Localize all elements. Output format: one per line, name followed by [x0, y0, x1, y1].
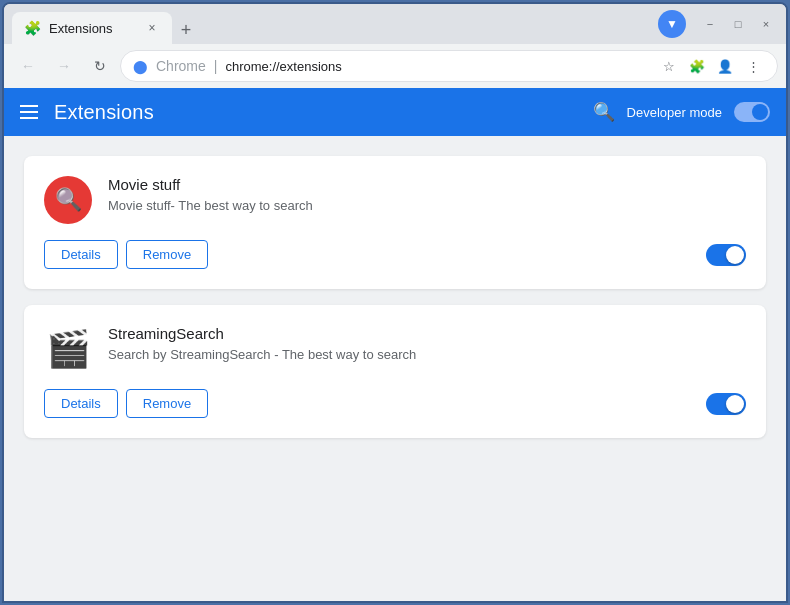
extensions-button[interactable]: 🧩	[685, 54, 709, 78]
address-url: chrome://extensions	[225, 59, 341, 74]
menu-button[interactable]: ⋮	[741, 54, 765, 78]
page-title: Extensions	[54, 101, 154, 124]
new-tab-button[interactable]: +	[172, 16, 200, 44]
search-icon[interactable]: 🔍	[593, 101, 615, 123]
extension-icon-streaming-search: 🎬	[44, 325, 92, 373]
extension-card-streaming-search: 🎬 StreamingSearch Search by StreamingSea…	[24, 305, 766, 438]
site-security-icon: ⬤	[133, 59, 148, 74]
hamburger-line-1	[20, 105, 38, 107]
details-button-streaming-search[interactable]: Details	[44, 389, 118, 418]
tab-close-button[interactable]: ×	[144, 20, 160, 36]
extension-icon-movie-stuff: 🔍	[44, 176, 92, 224]
extension-info-movie-stuff: 🔍 Movie stuff Movie stuff- The best way …	[44, 176, 746, 224]
enable-toggle-movie-stuff[interactable]	[706, 244, 746, 266]
extension-desc-movie-stuff: Movie stuff- The best way to search	[108, 197, 746, 215]
back-button[interactable]: ←	[12, 50, 44, 82]
maximize-button[interactable]: □	[726, 12, 750, 36]
remove-button-movie-stuff[interactable]: Remove	[126, 240, 208, 269]
extension-details-streaming-search: StreamingSearch Search by StreamingSearc…	[108, 325, 746, 364]
tab-extension-icon: 🧩	[24, 20, 41, 36]
developer-mode-label: Developer mode	[627, 105, 722, 120]
toolbar: ← → ↻ ⬤ Chrome | chrome://extensions ☆ 🧩…	[4, 44, 786, 88]
extension-desc-streaming-search: Search by StreamingSearch - The best way…	[108, 346, 746, 364]
extensions-header: Extensions 🔍 Developer mode	[4, 88, 786, 136]
extension-details-movie-stuff: Movie stuff Movie stuff- The best way to…	[108, 176, 746, 215]
active-tab[interactable]: 🧩 Extensions ×	[12, 12, 172, 44]
tab-area: 🧩 Extensions × +	[12, 4, 654, 44]
hamburger-menu-button[interactable]	[20, 105, 38, 119]
address-site-name: Chrome	[156, 58, 206, 74]
developer-mode-toggle[interactable]	[734, 102, 770, 122]
forward-button[interactable]: →	[48, 50, 80, 82]
profile-icon-btn[interactable]: 👤	[713, 54, 737, 78]
remove-button-streaming-search[interactable]: Remove	[126, 389, 208, 418]
extension-card-movie-stuff: 🔍 Movie stuff Movie stuff- The best way …	[24, 156, 766, 289]
extensions-content: gg 🔍 Movie stuff Movie stuff- The best w…	[4, 136, 786, 601]
browser-window: 🧩 Extensions × + ▼ − □ × ← → ↻ ⬤ Chrome …	[2, 2, 788, 603]
extension-actions-streaming-search: Details Remove	[44, 389, 746, 418]
details-button-movie-stuff[interactable]: Details	[44, 240, 118, 269]
extension-info-streaming-search: 🎬 StreamingSearch Search by StreamingSea…	[44, 325, 746, 373]
extension-name-movie-stuff: Movie stuff	[108, 176, 746, 193]
hamburger-line-2	[20, 111, 38, 113]
tab-label: Extensions	[49, 21, 113, 36]
enable-toggle-streaming-search[interactable]	[706, 393, 746, 415]
profile-icon: ▼	[666, 17, 678, 31]
window-controls: − □ ×	[698, 12, 778, 36]
extension-actions-movie-stuff: Details Remove	[44, 240, 746, 269]
minimize-button[interactable]: −	[698, 12, 722, 36]
extension-name-streaming-search: StreamingSearch	[108, 325, 746, 342]
extensions-page: Extensions 🔍 Developer mode gg 🔍 Movie s…	[4, 88, 786, 601]
address-actions: ☆ 🧩 👤 ⋮	[657, 54, 765, 78]
address-divider: |	[214, 58, 218, 74]
bookmark-button[interactable]: ☆	[657, 54, 681, 78]
title-bar: 🧩 Extensions × + ▼ − □ ×	[4, 4, 786, 44]
hamburger-line-3	[20, 117, 38, 119]
address-bar[interactable]: ⬤ Chrome | chrome://extensions ☆ 🧩 👤 ⋮	[120, 50, 778, 82]
header-right: 🔍 Developer mode	[593, 101, 770, 123]
close-button[interactable]: ×	[754, 12, 778, 36]
reload-button[interactable]: ↻	[84, 50, 116, 82]
profile-button[interactable]: ▼	[658, 10, 686, 38]
